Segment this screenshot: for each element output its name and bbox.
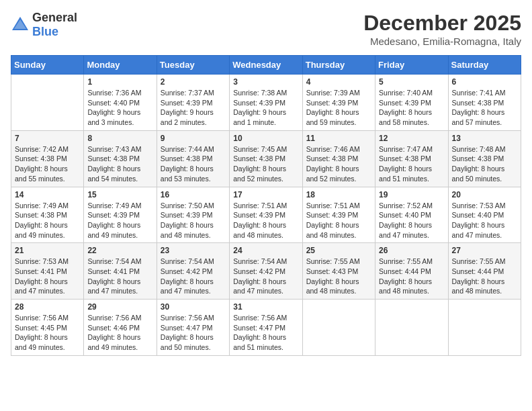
day-number: 4 [306, 77, 371, 87]
calendar-cell: 30Sunrise: 7:56 AMSunset: 4:47 PMDayligh… [157, 300, 229, 356]
weekday-header-monday: Monday [84, 56, 157, 75]
location-title: Medesano, Emilia-Romagna, Italy [363, 36, 521, 47]
day-number: 3 [233, 77, 298, 87]
logo-icon [11, 15, 30, 34]
weekday-header-sunday: Sunday [11, 56, 84, 75]
logo-blue: Blue [32, 25, 58, 38]
day-info: Sunrise: 7:49 AMSunset: 4:38 PMDaylight:… [15, 201, 80, 240]
weekday-header-friday: Friday [375, 56, 448, 75]
weekday-header-saturday: Saturday [448, 56, 521, 75]
calendar-cell: 25Sunrise: 7:55 AMSunset: 4:43 PMDayligh… [302, 243, 375, 300]
day-info: Sunrise: 7:52 AMSunset: 4:40 PMDaylight:… [379, 201, 444, 240]
calendar-cell: 9Sunrise: 7:44 AMSunset: 4:38 PMDaylight… [157, 130, 229, 187]
logo: General Blue [11, 11, 77, 39]
day-info: Sunrise: 7:55 AMSunset: 4:43 PMDaylight:… [306, 257, 371, 296]
day-info: Sunrise: 7:51 AMSunset: 4:39 PMDaylight:… [306, 201, 371, 240]
day-number: 9 [161, 134, 226, 143]
day-number: 2 [161, 77, 226, 87]
day-info: Sunrise: 7:53 AMSunset: 4:41 PMDaylight:… [15, 257, 80, 296]
calendar-cell: 12Sunrise: 7:47 AMSunset: 4:38 PMDayligh… [375, 130, 448, 187]
calendar-cell: 28Sunrise: 7:56 AMSunset: 4:45 PMDayligh… [11, 300, 84, 356]
calendar-cell: 23Sunrise: 7:54 AMSunset: 4:42 PMDayligh… [157, 243, 229, 300]
title-area: December 2025 Medesano, Emilia-Romagna, … [363, 11, 521, 47]
calendar-cell: 29Sunrise: 7:56 AMSunset: 4:46 PMDayligh… [84, 300, 157, 356]
day-number: 8 [87, 134, 152, 143]
day-number: 10 [233, 134, 298, 143]
day-number: 22 [87, 246, 152, 255]
day-number: 20 [452, 190, 517, 199]
day-number: 15 [87, 190, 152, 199]
calendar-cell: 5Sunrise: 7:40 AMSunset: 4:39 PMDaylight… [375, 75, 448, 131]
calendar-cell: 21Sunrise: 7:53 AMSunset: 4:41 PMDayligh… [11, 243, 84, 300]
day-number: 17 [233, 190, 298, 199]
calendar-cell: 1Sunrise: 7:36 AMSunset: 4:40 PMDaylight… [84, 75, 157, 131]
day-info: Sunrise: 7:54 AMSunset: 4:42 PMDaylight:… [161, 257, 226, 296]
day-info: Sunrise: 7:53 AMSunset: 4:40 PMDaylight:… [452, 201, 517, 240]
day-info: Sunrise: 7:56 AMSunset: 4:47 PMDaylight:… [233, 313, 298, 353]
day-number: 23 [161, 246, 226, 255]
calendar-cell: 8Sunrise: 7:43 AMSunset: 4:38 PMDaylight… [84, 130, 157, 187]
calendar-cell: 22Sunrise: 7:54 AMSunset: 4:41 PMDayligh… [84, 243, 157, 300]
day-info: Sunrise: 7:55 AMSunset: 4:44 PMDaylight:… [379, 257, 444, 296]
day-number: 14 [15, 190, 80, 199]
day-info: Sunrise: 7:46 AMSunset: 4:38 PMDaylight:… [306, 144, 371, 184]
calendar-cell: 3Sunrise: 7:38 AMSunset: 4:39 PMDaylight… [230, 75, 302, 131]
weekday-header-thursday: Thursday [302, 56, 375, 75]
calendar-cell [302, 300, 375, 356]
day-info: Sunrise: 7:51 AMSunset: 4:39 PMDaylight:… [233, 201, 298, 240]
day-number: 18 [306, 190, 371, 199]
calendar-cell: 11Sunrise: 7:46 AMSunset: 4:38 PMDayligh… [302, 130, 375, 187]
day-number: 21 [15, 246, 80, 255]
day-info: Sunrise: 7:40 AMSunset: 4:39 PMDaylight:… [379, 88, 444, 128]
calendar-cell: 10Sunrise: 7:45 AMSunset: 4:38 PMDayligh… [230, 130, 302, 187]
day-info: Sunrise: 7:36 AMSunset: 4:40 PMDaylight:… [87, 88, 152, 128]
weekday-header-tuesday: Tuesday [157, 56, 229, 75]
day-number: 25 [306, 246, 371, 255]
calendar-cell [448, 300, 521, 356]
day-info: Sunrise: 7:48 AMSunset: 4:38 PMDaylight:… [452, 144, 517, 184]
day-number: 31 [233, 302, 298, 312]
day-info: Sunrise: 7:49 AMSunset: 4:39 PMDaylight:… [87, 201, 152, 240]
calendar-cell [375, 300, 448, 356]
day-number: 11 [306, 134, 371, 143]
day-number: 28 [15, 302, 80, 312]
day-number: 6 [452, 77, 517, 87]
day-info: Sunrise: 7:44 AMSunset: 4:38 PMDaylight:… [161, 144, 226, 184]
day-number: 26 [379, 246, 444, 255]
day-info: Sunrise: 7:50 AMSunset: 4:39 PMDaylight:… [161, 201, 226, 240]
day-info: Sunrise: 7:43 AMSunset: 4:38 PMDaylight:… [87, 144, 152, 184]
calendar-cell: 27Sunrise: 7:55 AMSunset: 4:44 PMDayligh… [448, 243, 521, 300]
calendar-cell: 15Sunrise: 7:49 AMSunset: 4:39 PMDayligh… [84, 187, 157, 243]
day-number: 7 [15, 134, 80, 143]
day-number: 29 [87, 302, 152, 312]
calendar-cell: 13Sunrise: 7:48 AMSunset: 4:38 PMDayligh… [448, 130, 521, 187]
day-number: 13 [452, 134, 517, 143]
calendar-cell [11, 75, 84, 131]
calendar-cell: 19Sunrise: 7:52 AMSunset: 4:40 PMDayligh… [375, 187, 448, 243]
month-title: December 2025 [363, 11, 521, 36]
day-number: 16 [161, 190, 226, 199]
calendar-cell: 4Sunrise: 7:39 AMSunset: 4:39 PMDaylight… [302, 75, 375, 131]
day-info: Sunrise: 7:56 AMSunset: 4:46 PMDaylight:… [87, 313, 152, 353]
calendar-cell: 17Sunrise: 7:51 AMSunset: 4:39 PMDayligh… [230, 187, 302, 243]
day-number: 1 [87, 77, 152, 87]
calendar: SundayMondayTuesdayWednesdayThursdayFrid… [11, 55, 521, 356]
day-info: Sunrise: 7:54 AMSunset: 4:41 PMDaylight:… [87, 257, 152, 296]
day-number: 24 [233, 246, 298, 255]
calendar-cell: 2Sunrise: 7:37 AMSunset: 4:39 PMDaylight… [157, 75, 229, 131]
day-number: 12 [379, 134, 444, 143]
day-info: Sunrise: 7:47 AMSunset: 4:38 PMDaylight:… [379, 144, 444, 184]
calendar-cell: 7Sunrise: 7:42 AMSunset: 4:38 PMDaylight… [11, 130, 84, 187]
calendar-cell: 26Sunrise: 7:55 AMSunset: 4:44 PMDayligh… [375, 243, 448, 300]
weekday-header-wednesday: Wednesday [230, 56, 302, 75]
calendar-cell: 24Sunrise: 7:54 AMSunset: 4:42 PMDayligh… [230, 243, 302, 300]
calendar-cell: 16Sunrise: 7:50 AMSunset: 4:39 PMDayligh… [157, 187, 229, 243]
day-info: Sunrise: 7:37 AMSunset: 4:39 PMDaylight:… [161, 88, 226, 128]
day-info: Sunrise: 7:41 AMSunset: 4:38 PMDaylight:… [452, 88, 517, 128]
calendar-cell: 31Sunrise: 7:56 AMSunset: 4:47 PMDayligh… [230, 300, 302, 356]
day-info: Sunrise: 7:38 AMSunset: 4:39 PMDaylight:… [233, 88, 298, 128]
day-info: Sunrise: 7:42 AMSunset: 4:38 PMDaylight:… [15, 144, 80, 184]
header: General Blue December 2025 Medesano, Emi… [11, 11, 521, 47]
calendar-cell: 6Sunrise: 7:41 AMSunset: 4:38 PMDaylight… [448, 75, 521, 131]
day-info: Sunrise: 7:55 AMSunset: 4:44 PMDaylight:… [452, 257, 517, 296]
